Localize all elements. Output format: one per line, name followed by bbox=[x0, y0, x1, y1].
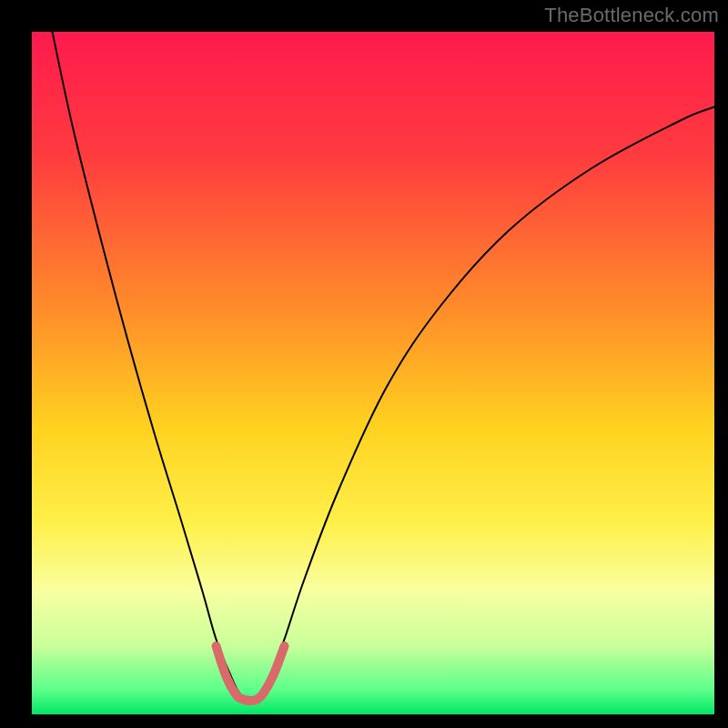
bottleneck-chart bbox=[0, 0, 728, 728]
watermark-text: TheBottleneck.com bbox=[544, 4, 719, 27]
chart-frame: TheBottleneck.com bbox=[0, 0, 728, 728]
plot-background bbox=[32, 32, 714, 714]
